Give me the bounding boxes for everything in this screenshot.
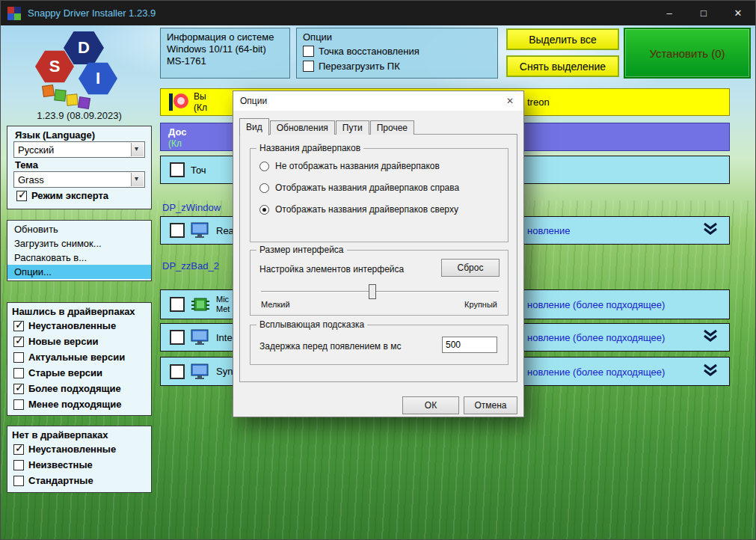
expert-mode-checkbox[interactable] xyxy=(16,191,27,201)
driver-checkbox[interactable] xyxy=(170,297,185,312)
theme-select[interactable]: Grass xyxy=(13,171,145,188)
reset-button[interactable]: Сброс xyxy=(441,259,500,277)
driver-name-fragment: Mic xyxy=(216,295,230,304)
expand-chevron-icon[interactable] xyxy=(702,221,719,239)
slider-min-label: Мелкий xyxy=(261,300,290,309)
filter-checkbox[interactable] xyxy=(13,444,24,455)
window-controls: – □ ✕ xyxy=(652,1,755,25)
logo-letter: D xyxy=(78,38,90,58)
dialog-close-button[interactable]: ✕ xyxy=(497,91,523,111)
filter-label: Менее подходящие xyxy=(28,399,122,410)
system-model-label: MS-1761 xyxy=(167,55,283,67)
tab-view[interactable]: Вид xyxy=(239,118,269,135)
deselect-all-button[interactable]: Снять выделение xyxy=(506,55,619,77)
maximize-button[interactable]: □ xyxy=(686,1,721,25)
install-button[interactable]: Установить (0) xyxy=(624,28,751,79)
names-group-title: Названия драйверпаков xyxy=(256,143,363,153)
install-options-panel: Опции Точка восстановления Перезагрузить… xyxy=(296,28,498,79)
driver-checkbox[interactable] xyxy=(170,330,185,345)
expert-mode-label: Режим эксперта xyxy=(31,190,108,201)
driver-name-fragment: Точ xyxy=(191,165,206,176)
minimize-button[interactable]: – xyxy=(652,1,686,25)
reboot-row[interactable]: Перезагрузить ПК xyxy=(303,58,491,73)
driver-status-fragment: новление (более подходящее) xyxy=(527,366,665,377)
size-slider-thumb[interactable] xyxy=(369,284,376,299)
monitor-icon xyxy=(191,328,210,346)
restore-point-checkbox[interactable] xyxy=(303,46,314,57)
filter-label: Неизвестные xyxy=(28,459,93,470)
radio-row[interactable]: Отображать названия драйверпаков сверху xyxy=(259,204,458,215)
driver-checkbox[interactable] xyxy=(170,162,185,177)
filter-label: Актуальные версии xyxy=(28,352,125,363)
tab-paths[interactable]: Пути xyxy=(336,120,369,135)
filters-found-title: Нашлись в драйверпаках xyxy=(10,304,148,318)
filter-row[interactable]: Старые версии xyxy=(10,365,148,381)
chevron-down-icon[interactable] xyxy=(131,173,144,186)
tooltip-delay-input[interactable] xyxy=(442,337,497,353)
radio-button[interactable] xyxy=(259,162,269,171)
monitor-icon xyxy=(191,363,210,381)
system-info-panel: Информация о системе Windows 10/11 (64-b… xyxy=(160,28,290,79)
filter-row[interactable]: Неизвестные xyxy=(10,457,148,473)
filter-row[interactable]: Стандартные xyxy=(10,473,148,488)
tooltip-group-title: Всплывающая подсказка xyxy=(256,319,367,330)
app-window: Snappy Driver Installer 1.23.9 – □ ✕ D S… xyxy=(0,0,756,540)
radio-button[interactable] xyxy=(259,183,269,193)
filter-checkbox[interactable] xyxy=(13,352,24,363)
language-value: Русский xyxy=(18,144,54,156)
ok-button[interactable]: ОК xyxy=(402,396,459,414)
filter-checkbox[interactable] xyxy=(13,476,24,486)
filter-row[interactable]: Новые версии xyxy=(10,334,148,349)
tab-misc[interactable]: Прочее xyxy=(370,120,414,135)
expand-chevron-icon[interactable] xyxy=(702,363,719,381)
driverpack-link[interactable]: DP_zzBad_2 xyxy=(162,260,219,271)
filter-checkbox[interactable] xyxy=(13,399,24,410)
menu-item-extract[interactable]: Распаковать в... xyxy=(7,251,151,265)
names-group: Названия драйверпаков Не отображать назв… xyxy=(250,148,508,242)
size-group: Размер интерфейса Настройка элементов ин… xyxy=(250,250,508,316)
radio-row[interactable]: Не отображать названия драйверпаков xyxy=(259,161,440,171)
expert-mode-checkbox-row[interactable]: Режим эксперта xyxy=(13,188,145,203)
driver-status-fragment: новление (более подходящее) xyxy=(527,332,665,343)
select-all-button[interactable]: Выделить все xyxy=(506,28,619,50)
radio-label: Не отображать названия драйверпаков xyxy=(275,161,440,171)
language-select[interactable]: Русский xyxy=(13,141,145,158)
tooltip-group: Всплывающая подсказка Задержка перед поя… xyxy=(250,325,508,365)
patreon-text-fragment: Вы xyxy=(194,91,206,102)
filter-row[interactable]: Менее подходящие xyxy=(10,396,148,412)
dialog-titlebar[interactable]: Опции xyxy=(233,91,523,111)
filter-checkbox[interactable] xyxy=(13,368,24,378)
menu-item-options[interactable]: Опции... xyxy=(7,265,151,279)
filter-checkbox[interactable] xyxy=(13,337,24,347)
filter-row[interactable]: Неустановленные xyxy=(10,318,148,334)
logo-tile-icon xyxy=(54,89,66,101)
size-slider-track[interactable] xyxy=(261,291,499,292)
driver-checkbox[interactable] xyxy=(170,364,185,379)
options-dialog: Опции ✕ Вид Обновления Пути Прочее Назва… xyxy=(233,90,524,417)
filter-checkbox[interactable] xyxy=(13,460,24,470)
menu-item-update[interactable]: Обновить xyxy=(7,222,151,236)
logo-letter: I xyxy=(96,69,100,88)
restore-point-row[interactable]: Точка восстановления xyxy=(303,43,491,58)
cancel-button[interactable]: Отмена xyxy=(464,396,517,414)
logo-tile-icon xyxy=(78,96,90,109)
menu-item-load-snapshot[interactable]: Загрузить снимок... xyxy=(7,236,151,251)
filter-checkbox[interactable] xyxy=(13,321,24,331)
tab-updates[interactable]: Обновления xyxy=(270,120,335,135)
reboot-checkbox[interactable] xyxy=(303,61,314,72)
status-banner-text: (Кл xyxy=(168,138,182,149)
expand-chevron-icon[interactable] xyxy=(702,328,719,346)
filter-label: Стандартные xyxy=(28,475,93,486)
driver-checkbox[interactable] xyxy=(170,223,185,238)
radio-row[interactable]: Отображать названия драйверпаков справа xyxy=(259,182,459,193)
radio-button[interactable] xyxy=(259,205,269,215)
close-button[interactable]: ✕ xyxy=(721,1,755,25)
patreon-text-fragment: (Кл xyxy=(194,102,207,113)
filter-checkbox[interactable] xyxy=(13,384,24,394)
chevron-down-icon[interactable] xyxy=(131,143,144,156)
driver-name-fragment: Inte xyxy=(216,332,233,343)
filter-row[interactable]: Более подходящие xyxy=(10,381,148,396)
driverpack-link[interactable]: DP_zWindow xyxy=(162,202,221,213)
filter-row[interactable]: Неустановленные xyxy=(10,441,148,457)
filter-row[interactable]: Актуальные версии xyxy=(10,349,148,365)
